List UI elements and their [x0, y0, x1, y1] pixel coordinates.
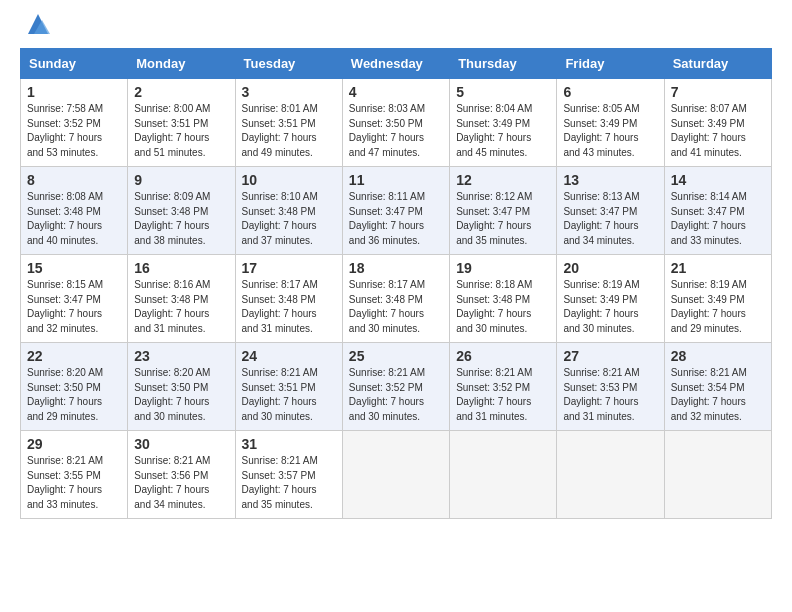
day-number: 15: [27, 260, 121, 276]
calendar-cell: 31 Sunrise: 8:21 AMSunset: 3:57 PMDaylig…: [235, 431, 342, 519]
day-info: Sunrise: 8:19 AMSunset: 3:49 PMDaylight:…: [671, 279, 747, 334]
calendar-cell: 8 Sunrise: 8:08 AMSunset: 3:48 PMDayligh…: [21, 167, 128, 255]
day-info: Sunrise: 8:13 AMSunset: 3:47 PMDaylight:…: [563, 191, 639, 246]
day-info: Sunrise: 8:01 AMSunset: 3:51 PMDaylight:…: [242, 103, 318, 158]
day-info: Sunrise: 8:21 AMSunset: 3:54 PMDaylight:…: [671, 367, 747, 422]
day-number: 28: [671, 348, 765, 364]
calendar-cell: 27 Sunrise: 8:21 AMSunset: 3:53 PMDaylig…: [557, 343, 664, 431]
calendar-week-5: 29 Sunrise: 8:21 AMSunset: 3:55 PMDaylig…: [21, 431, 772, 519]
day-info: Sunrise: 8:08 AMSunset: 3:48 PMDaylight:…: [27, 191, 103, 246]
calendar-cell: 9 Sunrise: 8:09 AMSunset: 3:48 PMDayligh…: [128, 167, 235, 255]
calendar-cell: 24 Sunrise: 8:21 AMSunset: 3:51 PMDaylig…: [235, 343, 342, 431]
day-number: 26: [456, 348, 550, 364]
day-number: 25: [349, 348, 443, 364]
day-info: Sunrise: 8:05 AMSunset: 3:49 PMDaylight:…: [563, 103, 639, 158]
header: [20, 16, 772, 38]
col-header-tuesday: Tuesday: [235, 49, 342, 79]
day-number: 5: [456, 84, 550, 100]
day-number: 20: [563, 260, 657, 276]
calendar-cell: 21 Sunrise: 8:19 AMSunset: 3:49 PMDaylig…: [664, 255, 771, 343]
calendar-cell: 6 Sunrise: 8:05 AMSunset: 3:49 PMDayligh…: [557, 79, 664, 167]
calendar-cell: 26 Sunrise: 8:21 AMSunset: 3:52 PMDaylig…: [450, 343, 557, 431]
calendar-cell: 1 Sunrise: 7:58 AMSunset: 3:52 PMDayligh…: [21, 79, 128, 167]
day-info: Sunrise: 8:15 AMSunset: 3:47 PMDaylight:…: [27, 279, 103, 334]
day-number: 17: [242, 260, 336, 276]
day-info: Sunrise: 8:04 AMSunset: 3:49 PMDaylight:…: [456, 103, 532, 158]
day-number: 30: [134, 436, 228, 452]
day-number: 21: [671, 260, 765, 276]
day-number: 10: [242, 172, 336, 188]
calendar-cell: 20 Sunrise: 8:19 AMSunset: 3:49 PMDaylig…: [557, 255, 664, 343]
col-header-thursday: Thursday: [450, 49, 557, 79]
day-number: 29: [27, 436, 121, 452]
day-number: 9: [134, 172, 228, 188]
day-info: Sunrise: 8:16 AMSunset: 3:48 PMDaylight:…: [134, 279, 210, 334]
calendar-cell: [342, 431, 449, 519]
calendar-cell: 16 Sunrise: 8:16 AMSunset: 3:48 PMDaylig…: [128, 255, 235, 343]
calendar-cell: 4 Sunrise: 8:03 AMSunset: 3:50 PMDayligh…: [342, 79, 449, 167]
day-info: Sunrise: 8:20 AMSunset: 3:50 PMDaylight:…: [134, 367, 210, 422]
day-info: Sunrise: 8:17 AMSunset: 3:48 PMDaylight:…: [242, 279, 318, 334]
day-info: Sunrise: 8:09 AMSunset: 3:48 PMDaylight:…: [134, 191, 210, 246]
calendar-cell: 25 Sunrise: 8:21 AMSunset: 3:52 PMDaylig…: [342, 343, 449, 431]
day-info: Sunrise: 8:21 AMSunset: 3:57 PMDaylight:…: [242, 455, 318, 510]
calendar-cell: 28 Sunrise: 8:21 AMSunset: 3:54 PMDaylig…: [664, 343, 771, 431]
day-info: Sunrise: 8:07 AMSunset: 3:49 PMDaylight:…: [671, 103, 747, 158]
calendar-cell: 17 Sunrise: 8:17 AMSunset: 3:48 PMDaylig…: [235, 255, 342, 343]
day-info: Sunrise: 8:18 AMSunset: 3:48 PMDaylight:…: [456, 279, 532, 334]
calendar-cell: 10 Sunrise: 8:10 AMSunset: 3:48 PMDaylig…: [235, 167, 342, 255]
logo: [20, 20, 52, 38]
calendar-cell: 12 Sunrise: 8:12 AMSunset: 3:47 PMDaylig…: [450, 167, 557, 255]
day-number: 31: [242, 436, 336, 452]
day-number: 8: [27, 172, 121, 188]
day-info: Sunrise: 8:21 AMSunset: 3:55 PMDaylight:…: [27, 455, 103, 510]
day-number: 3: [242, 84, 336, 100]
calendar-week-1: 1 Sunrise: 7:58 AMSunset: 3:52 PMDayligh…: [21, 79, 772, 167]
day-info: Sunrise: 8:21 AMSunset: 3:51 PMDaylight:…: [242, 367, 318, 422]
day-number: 14: [671, 172, 765, 188]
day-info: Sunrise: 8:10 AMSunset: 3:48 PMDaylight:…: [242, 191, 318, 246]
day-info: Sunrise: 8:11 AMSunset: 3:47 PMDaylight:…: [349, 191, 425, 246]
calendar-cell: 14 Sunrise: 8:14 AMSunset: 3:47 PMDaylig…: [664, 167, 771, 255]
calendar-table: SundayMondayTuesdayWednesdayThursdayFrid…: [20, 48, 772, 519]
col-header-monday: Monday: [128, 49, 235, 79]
col-header-sunday: Sunday: [21, 49, 128, 79]
col-header-saturday: Saturday: [664, 49, 771, 79]
day-number: 2: [134, 84, 228, 100]
day-number: 6: [563, 84, 657, 100]
calendar-cell: 23 Sunrise: 8:20 AMSunset: 3:50 PMDaylig…: [128, 343, 235, 431]
day-info: Sunrise: 8:19 AMSunset: 3:49 PMDaylight:…: [563, 279, 639, 334]
calendar-cell: 18 Sunrise: 8:17 AMSunset: 3:48 PMDaylig…: [342, 255, 449, 343]
day-number: 18: [349, 260, 443, 276]
calendar-cell: 2 Sunrise: 8:00 AMSunset: 3:51 PMDayligh…: [128, 79, 235, 167]
calendar-cell: 15 Sunrise: 8:15 AMSunset: 3:47 PMDaylig…: [21, 255, 128, 343]
calendar-cell: 11 Sunrise: 8:11 AMSunset: 3:47 PMDaylig…: [342, 167, 449, 255]
calendar-cell: [664, 431, 771, 519]
calendar-cell: 30 Sunrise: 8:21 AMSunset: 3:56 PMDaylig…: [128, 431, 235, 519]
day-info: Sunrise: 8:20 AMSunset: 3:50 PMDaylight:…: [27, 367, 103, 422]
calendar-cell: 13 Sunrise: 8:13 AMSunset: 3:47 PMDaylig…: [557, 167, 664, 255]
calendar-cell: [450, 431, 557, 519]
day-number: 4: [349, 84, 443, 100]
day-info: Sunrise: 8:17 AMSunset: 3:48 PMDaylight:…: [349, 279, 425, 334]
day-info: Sunrise: 8:21 AMSunset: 3:56 PMDaylight:…: [134, 455, 210, 510]
day-number: 12: [456, 172, 550, 188]
day-number: 11: [349, 172, 443, 188]
day-number: 19: [456, 260, 550, 276]
col-header-friday: Friday: [557, 49, 664, 79]
day-info: Sunrise: 7:58 AMSunset: 3:52 PMDaylight:…: [27, 103, 103, 158]
calendar-cell: 7 Sunrise: 8:07 AMSunset: 3:49 PMDayligh…: [664, 79, 771, 167]
day-info: Sunrise: 8:21 AMSunset: 3:52 PMDaylight:…: [349, 367, 425, 422]
day-info: Sunrise: 8:21 AMSunset: 3:52 PMDaylight:…: [456, 367, 532, 422]
day-number: 22: [27, 348, 121, 364]
day-info: Sunrise: 8:00 AMSunset: 3:51 PMDaylight:…: [134, 103, 210, 158]
day-number: 1: [27, 84, 121, 100]
day-number: 27: [563, 348, 657, 364]
day-number: 16: [134, 260, 228, 276]
calendar-cell: 3 Sunrise: 8:01 AMSunset: 3:51 PMDayligh…: [235, 79, 342, 167]
calendar-cell: [557, 431, 664, 519]
calendar-week-4: 22 Sunrise: 8:20 AMSunset: 3:50 PMDaylig…: [21, 343, 772, 431]
day-number: 13: [563, 172, 657, 188]
calendar-cell: 29 Sunrise: 8:21 AMSunset: 3:55 PMDaylig…: [21, 431, 128, 519]
header-row: SundayMondayTuesdayWednesdayThursdayFrid…: [21, 49, 772, 79]
